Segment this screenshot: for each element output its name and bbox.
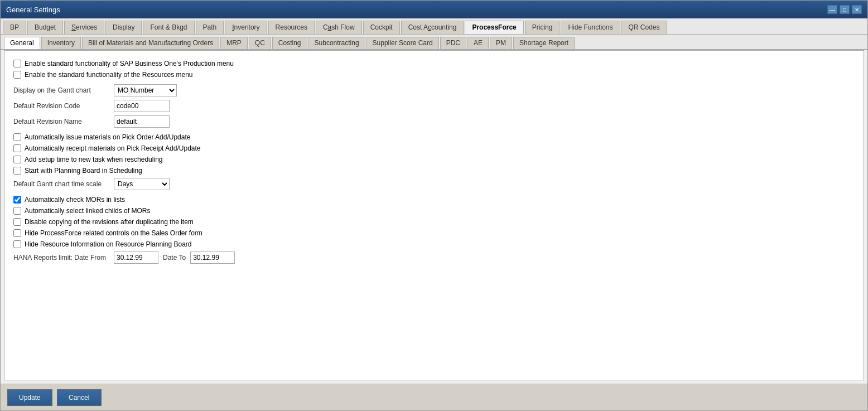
sub-tab-shortage-report[interactable]: Shortage Report: [513, 37, 575, 49]
sub-tab-pdc[interactable]: PDC: [440, 37, 466, 49]
revision-code-input[interactable]: [114, 100, 170, 112]
main-tab-cash-flow[interactable]: Cash Flow: [316, 21, 362, 34]
gantt-chart-select[interactable]: MO Number Item Code Item Description: [114, 84, 177, 96]
revision-code-field-row: Default Revision Code: [13, 100, 855, 112]
main-tab-budget[interactable]: Budget: [27, 21, 63, 34]
main-window: General Settings — □ ✕ BP Budget Service…: [0, 0, 868, 411]
gantt-time-scale-select[interactable]: Days Weeks Months: [114, 178, 170, 190]
window-title: General Settings: [6, 6, 60, 14]
gantt-time-scale-field-row: Default Gantt chart time scale Days Week…: [13, 178, 855, 190]
checkbox-row-auto-select-childs: Automatically select linked childs of MO…: [13, 207, 855, 215]
sub-tab-supplier-score-card[interactable]: Supplier Score Card: [367, 37, 439, 49]
content-area: General Inventory Bill of Materials and …: [1, 35, 867, 384]
update-button[interactable]: Update: [7, 389, 52, 406]
auto-select-childs-label: Automatically select linked childs of MO…: [25, 207, 150, 215]
hide-resource-info-checkbox[interactable]: [13, 240, 21, 248]
sub-tab-mrp[interactable]: MRP: [220, 37, 248, 49]
auto-select-childs-checkbox[interactable]: [13, 207, 21, 215]
auto-issue-materials-checkbox[interactable]: [13, 133, 21, 141]
sub-tab-inventory[interactable]: Inventory: [41, 37, 81, 49]
sub-tab-general[interactable]: General: [4, 37, 40, 49]
revision-name-label: Default Revision Name: [13, 118, 114, 125]
auto-receipt-materials-label: Automatically receipt materials on Pick …: [25, 144, 201, 152]
main-tab-processforce[interactable]: ProcessForce: [465, 21, 523, 34]
gantt-chart-label: Display on the Gantt chart: [13, 86, 114, 94]
hana-date-to-input[interactable]: [190, 252, 235, 264]
main-tab-cost-accounting[interactable]: Cost Accounting: [401, 21, 464, 34]
hana-date-from-input[interactable]: [114, 252, 158, 264]
main-tab-resources[interactable]: Resources: [268, 21, 315, 34]
enable-resources-menu-label: Enable the standard functionality of the…: [25, 71, 193, 79]
checkbox-row-enable-sap-production: Enable standard functionality of SAP Bus…: [13, 60, 855, 67]
gantt-time-scale-label: Default Gantt chart time scale: [13, 180, 114, 188]
sub-tab-qc[interactable]: QC: [249, 37, 271, 49]
main-tab-bp[interactable]: BP: [3, 21, 26, 34]
minimize-button[interactable]: —: [827, 5, 837, 14]
disable-copy-revisions-checkbox[interactable]: [13, 218, 21, 226]
window-controls: — □ ✕: [827, 5, 862, 14]
checkbox-row-auto-issue: Automatically issue materials on Pick Or…: [13, 133, 855, 141]
auto-receipt-materials-checkbox[interactable]: [13, 144, 21, 152]
checkbox-row-hide-processforce: Hide ProcessForce related controls on th…: [13, 229, 855, 237]
hide-processforce-controls-label: Hide ProcessForce related controls on th…: [25, 229, 202, 237]
sub-tabs-bar: General Inventory Bill of Materials and …: [1, 35, 867, 50]
revision-name-input[interactable]: [114, 115, 170, 128]
sub-tab-subcontracting[interactable]: Subcontracting: [308, 37, 365, 49]
general-panel: Enable standard functionality of SAP Bus…: [4, 50, 864, 380]
main-tabs-bar: BP Budget Services Display Font & Bkgd P…: [1, 18, 867, 35]
add-setup-time-checkbox[interactable]: [13, 156, 21, 163]
revision-name-field-row: Default Revision Name: [13, 115, 855, 128]
main-tab-font-bkgd[interactable]: Font & Bkgd: [143, 21, 194, 34]
sub-tab-ae[interactable]: AE: [467, 37, 489, 49]
hana-reports-label: HANA Reports limit: Date From: [13, 254, 114, 262]
hide-resource-info-label: Hide Resource Information on Resource Pl…: [25, 240, 192, 248]
auto-check-mors-label: Automatically check MORs in lists: [25, 196, 125, 204]
hana-reports-field-row: HANA Reports limit: Date From Date To: [13, 252, 855, 264]
checkbox-row-add-setup-time: Add setup time to new task when reschedu…: [13, 156, 855, 163]
hide-processforce-controls-checkbox[interactable]: [13, 229, 21, 237]
checkbox-row-start-planning: Start with Planning Board in Scheduling: [13, 167, 855, 175]
revision-code-label: Default Revision Code: [13, 102, 114, 110]
main-tab-inventory[interactable]: Inventory: [225, 21, 267, 34]
add-setup-time-label: Add setup time to new task when reschedu…: [25, 156, 162, 163]
checkbox-row-hide-resource-info: Hide Resource Information on Resource Pl…: [13, 240, 855, 248]
main-tab-path[interactable]: Path: [196, 21, 224, 34]
main-tab-hide-functions[interactable]: Hide Functions: [561, 21, 620, 34]
title-bar: General Settings — □ ✕: [1, 1, 867, 18]
main-tab-qr-codes[interactable]: QR Codes: [621, 21, 667, 34]
disable-copy-revisions-label: Disable copying of the revisions after d…: [25, 218, 194, 226]
sub-tab-pm[interactable]: PM: [490, 37, 512, 49]
maximize-button[interactable]: □: [840, 5, 850, 14]
checkbox-row-auto-check-mors: Automatically check MORs in lists: [13, 196, 855, 204]
start-planning-board-checkbox[interactable]: [13, 167, 21, 175]
enable-sap-production-label: Enable standard functionality of SAP Bus…: [25, 60, 234, 67]
sub-tab-costing[interactable]: Costing: [272, 37, 307, 49]
close-button[interactable]: ✕: [852, 5, 862, 14]
main-tab-services[interactable]: Services: [64, 21, 104, 34]
start-planning-board-label: Start with Planning Board in Scheduling: [25, 167, 142, 175]
auto-issue-materials-label: Automatically issue materials on Pick Or…: [25, 133, 190, 141]
auto-check-mors-checkbox[interactable]: [13, 196, 21, 204]
cancel-button[interactable]: Cancel: [57, 389, 102, 406]
enable-sap-production-checkbox[interactable]: [13, 60, 21, 67]
sub-tab-bom[interactable]: Bill of Materials and Manufacturing Orde…: [82, 37, 219, 49]
bottom-bar: Update Cancel: [1, 384, 867, 410]
checkbox-row-disable-copy-revisions: Disable copying of the revisions after d…: [13, 218, 855, 226]
gantt-chart-field-row: Display on the Gantt chart MO Number Ite…: [13, 84, 855, 96]
main-tab-cockpit[interactable]: Cockpit: [363, 21, 400, 34]
checkbox-row-auto-receipt: Automatically receipt materials on Pick …: [13, 144, 855, 152]
main-tab-display[interactable]: Display: [105, 21, 142, 34]
hana-date-to-label: Date To: [163, 254, 186, 262]
main-tab-pricing[interactable]: Pricing: [525, 21, 560, 34]
checkbox-row-enable-resources: Enable the standard functionality of the…: [13, 71, 855, 79]
enable-resources-menu-checkbox[interactable]: [13, 71, 21, 79]
